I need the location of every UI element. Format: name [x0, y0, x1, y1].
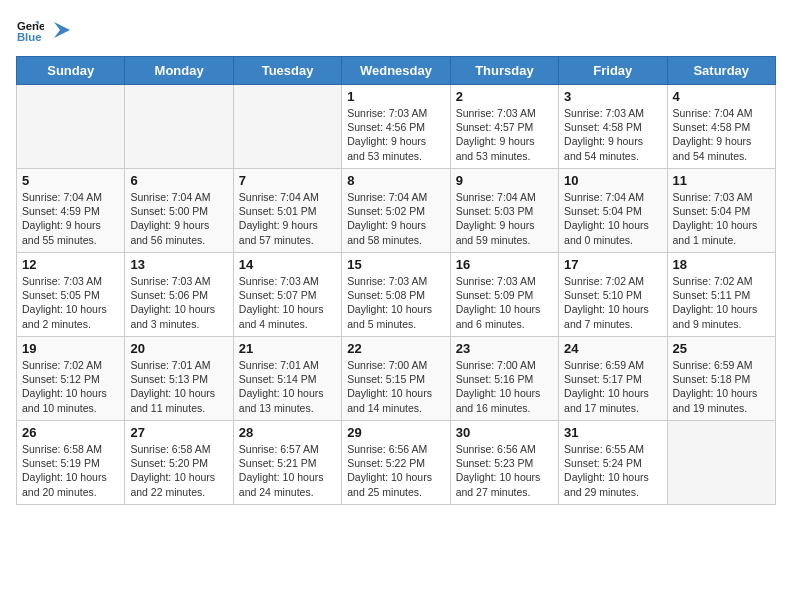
calendar-cell: 3Sunrise: 7:03 AM Sunset: 4:58 PM Daylig… — [559, 85, 667, 169]
day-info: Sunrise: 7:03 AM Sunset: 5:09 PM Dayligh… — [456, 274, 553, 331]
calendar-cell — [125, 85, 233, 169]
day-number: 13 — [130, 257, 227, 272]
calendar-cell — [667, 421, 775, 505]
day-info: Sunrise: 7:03 AM Sunset: 4:57 PM Dayligh… — [456, 106, 553, 163]
calendar-cell: 19Sunrise: 7:02 AM Sunset: 5:12 PM Dayli… — [17, 337, 125, 421]
day-number: 24 — [564, 341, 661, 356]
day-info: Sunrise: 7:04 AM Sunset: 4:58 PM Dayligh… — [673, 106, 770, 163]
day-info: Sunrise: 6:58 AM Sunset: 5:20 PM Dayligh… — [130, 442, 227, 499]
calendar-cell: 25Sunrise: 6:59 AM Sunset: 5:18 PM Dayli… — [667, 337, 775, 421]
calendar-cell: 27Sunrise: 6:58 AM Sunset: 5:20 PM Dayli… — [125, 421, 233, 505]
day-number: 31 — [564, 425, 661, 440]
day-info: Sunrise: 7:01 AM Sunset: 5:14 PM Dayligh… — [239, 358, 336, 415]
day-number: 26 — [22, 425, 119, 440]
day-number: 6 — [130, 173, 227, 188]
day-info: Sunrise: 6:56 AM Sunset: 5:22 PM Dayligh… — [347, 442, 444, 499]
day-number: 19 — [22, 341, 119, 356]
day-number: 14 — [239, 257, 336, 272]
calendar-cell: 2Sunrise: 7:03 AM Sunset: 4:57 PM Daylig… — [450, 85, 558, 169]
calendar-cell: 7Sunrise: 7:04 AM Sunset: 5:01 PM Daylig… — [233, 169, 341, 253]
day-info: Sunrise: 6:56 AM Sunset: 5:23 PM Dayligh… — [456, 442, 553, 499]
calendar-cell: 31Sunrise: 6:55 AM Sunset: 5:24 PM Dayli… — [559, 421, 667, 505]
day-info: Sunrise: 6:59 AM Sunset: 5:17 PM Dayligh… — [564, 358, 661, 415]
day-number: 28 — [239, 425, 336, 440]
logo-icon: General Blue — [16, 16, 44, 44]
col-header-thursday: Thursday — [450, 57, 558, 85]
col-header-tuesday: Tuesday — [233, 57, 341, 85]
day-number: 7 — [239, 173, 336, 188]
day-number: 29 — [347, 425, 444, 440]
calendar-cell: 5Sunrise: 7:04 AM Sunset: 4:59 PM Daylig… — [17, 169, 125, 253]
day-info: Sunrise: 7:04 AM Sunset: 5:03 PM Dayligh… — [456, 190, 553, 247]
day-number: 18 — [673, 257, 770, 272]
day-info: Sunrise: 6:58 AM Sunset: 5:19 PM Dayligh… — [22, 442, 119, 499]
day-info: Sunrise: 7:03 AM Sunset: 5:08 PM Dayligh… — [347, 274, 444, 331]
day-number: 8 — [347, 173, 444, 188]
day-info: Sunrise: 7:04 AM Sunset: 4:59 PM Dayligh… — [22, 190, 119, 247]
day-info: Sunrise: 6:59 AM Sunset: 5:18 PM Dayligh… — [673, 358, 770, 415]
calendar-cell: 16Sunrise: 7:03 AM Sunset: 5:09 PM Dayli… — [450, 253, 558, 337]
day-number: 22 — [347, 341, 444, 356]
calendar-cell: 6Sunrise: 7:04 AM Sunset: 5:00 PM Daylig… — [125, 169, 233, 253]
svg-marker-3 — [54, 22, 70, 38]
calendar-cell — [233, 85, 341, 169]
day-number: 17 — [564, 257, 661, 272]
calendar-cell: 30Sunrise: 6:56 AM Sunset: 5:23 PM Dayli… — [450, 421, 558, 505]
calendar-cell: 22Sunrise: 7:00 AM Sunset: 5:15 PM Dayli… — [342, 337, 450, 421]
col-header-wednesday: Wednesday — [342, 57, 450, 85]
day-number: 4 — [673, 89, 770, 104]
day-info: Sunrise: 7:04 AM Sunset: 5:04 PM Dayligh… — [564, 190, 661, 247]
day-number: 9 — [456, 173, 553, 188]
day-info: Sunrise: 7:01 AM Sunset: 5:13 PM Dayligh… — [130, 358, 227, 415]
col-header-friday: Friday — [559, 57, 667, 85]
calendar-cell: 14Sunrise: 7:03 AM Sunset: 5:07 PM Dayli… — [233, 253, 341, 337]
calendar-cell: 9Sunrise: 7:04 AM Sunset: 5:03 PM Daylig… — [450, 169, 558, 253]
day-info: Sunrise: 7:03 AM Sunset: 5:06 PM Dayligh… — [130, 274, 227, 331]
day-number: 15 — [347, 257, 444, 272]
calendar-cell: 4Sunrise: 7:04 AM Sunset: 4:58 PM Daylig… — [667, 85, 775, 169]
day-number: 5 — [22, 173, 119, 188]
day-number: 12 — [22, 257, 119, 272]
day-number: 10 — [564, 173, 661, 188]
day-number: 1 — [347, 89, 444, 104]
calendar-cell: 24Sunrise: 6:59 AM Sunset: 5:17 PM Dayli… — [559, 337, 667, 421]
calendar-cell: 15Sunrise: 7:03 AM Sunset: 5:08 PM Dayli… — [342, 253, 450, 337]
calendar-cell — [17, 85, 125, 169]
calendar-cell: 18Sunrise: 7:02 AM Sunset: 5:11 PM Dayli… — [667, 253, 775, 337]
day-number: 16 — [456, 257, 553, 272]
svg-text:Blue: Blue — [17, 31, 42, 43]
day-number: 2 — [456, 89, 553, 104]
day-number: 25 — [673, 341, 770, 356]
calendar-cell: 10Sunrise: 7:04 AM Sunset: 5:04 PM Dayli… — [559, 169, 667, 253]
calendar-cell: 11Sunrise: 7:03 AM Sunset: 5:04 PM Dayli… — [667, 169, 775, 253]
day-info: Sunrise: 7:02 AM Sunset: 5:11 PM Dayligh… — [673, 274, 770, 331]
day-info: Sunrise: 7:03 AM Sunset: 5:07 PM Dayligh… — [239, 274, 336, 331]
day-number: 27 — [130, 425, 227, 440]
calendar-cell: 17Sunrise: 7:02 AM Sunset: 5:10 PM Dayli… — [559, 253, 667, 337]
day-number: 20 — [130, 341, 227, 356]
day-info: Sunrise: 7:02 AM Sunset: 5:12 PM Dayligh… — [22, 358, 119, 415]
day-info: Sunrise: 6:57 AM Sunset: 5:21 PM Dayligh… — [239, 442, 336, 499]
page-header: General Blue — [16, 16, 776, 44]
day-info: Sunrise: 7:02 AM Sunset: 5:10 PM Dayligh… — [564, 274, 661, 331]
day-info: Sunrise: 7:04 AM Sunset: 5:01 PM Dayligh… — [239, 190, 336, 247]
day-info: Sunrise: 7:03 AM Sunset: 5:05 PM Dayligh… — [22, 274, 119, 331]
day-number: 11 — [673, 173, 770, 188]
calendar-cell: 13Sunrise: 7:03 AM Sunset: 5:06 PM Dayli… — [125, 253, 233, 337]
col-header-saturday: Saturday — [667, 57, 775, 85]
calendar-table: SundayMondayTuesdayWednesdayThursdayFrid… — [16, 56, 776, 505]
day-number: 3 — [564, 89, 661, 104]
calendar-cell: 29Sunrise: 6:56 AM Sunset: 5:22 PM Dayli… — [342, 421, 450, 505]
col-header-sunday: Sunday — [17, 57, 125, 85]
day-info: Sunrise: 7:03 AM Sunset: 4:56 PM Dayligh… — [347, 106, 444, 163]
logo-arrow-icon — [52, 20, 72, 40]
day-info: Sunrise: 7:04 AM Sunset: 5:02 PM Dayligh… — [347, 190, 444, 247]
calendar-cell: 8Sunrise: 7:04 AM Sunset: 5:02 PM Daylig… — [342, 169, 450, 253]
day-info: Sunrise: 7:03 AM Sunset: 4:58 PM Dayligh… — [564, 106, 661, 163]
day-info: Sunrise: 7:00 AM Sunset: 5:15 PM Dayligh… — [347, 358, 444, 415]
calendar-cell: 28Sunrise: 6:57 AM Sunset: 5:21 PM Dayli… — [233, 421, 341, 505]
col-header-monday: Monday — [125, 57, 233, 85]
day-number: 21 — [239, 341, 336, 356]
calendar-cell: 20Sunrise: 7:01 AM Sunset: 5:13 PM Dayli… — [125, 337, 233, 421]
calendar-cell: 26Sunrise: 6:58 AM Sunset: 5:19 PM Dayli… — [17, 421, 125, 505]
